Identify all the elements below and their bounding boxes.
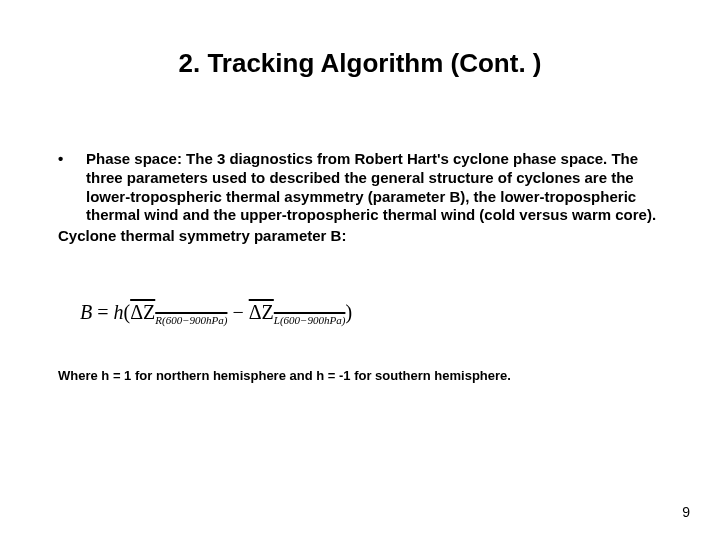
- eq-dz2-sym: ΔZ: [249, 301, 274, 323]
- eq-open-paren: (: [124, 301, 131, 323]
- eq-dz2-sub: L(600−900hPa): [274, 314, 346, 326]
- bullet-marker: •: [58, 150, 86, 225]
- slide-body: • Phase space: The 3 diagnostics from Ro…: [58, 150, 662, 246]
- slide-title: 2. Tracking Algorithm (Cont. ): [0, 48, 720, 79]
- bullet-text: Phase space: The 3 diagnostics from Robe…: [86, 150, 662, 225]
- eq-dz1-sub: R(600−900hPa): [155, 314, 227, 326]
- footnote-text: Where h = 1 for northern hemisphere and …: [58, 368, 662, 383]
- eq-h: h: [114, 301, 124, 323]
- eq-term-2: ΔZL(600−900hPa): [249, 300, 346, 326]
- slide: 2. Tracking Algorithm (Cont. ) • Phase s…: [0, 0, 720, 540]
- eq-equals: =: [92, 301, 113, 323]
- bullet-item: • Phase space: The 3 diagnostics from Ro…: [58, 150, 662, 225]
- eq-term-1: ΔZR(600−900hPa): [130, 300, 227, 326]
- eq-minus: −: [227, 301, 248, 323]
- equation: B = h(ΔZR(600−900hPa) − ΔZL(600−900hPa)): [80, 300, 352, 326]
- eq-close-paren: ): [345, 301, 352, 323]
- post-bullet-text: Cyclone thermal symmetry parameter B:: [58, 227, 662, 246]
- eq-lhs: B: [80, 301, 92, 323]
- eq-dz1-sym: ΔZ: [130, 301, 155, 323]
- page-number: 9: [682, 504, 690, 520]
